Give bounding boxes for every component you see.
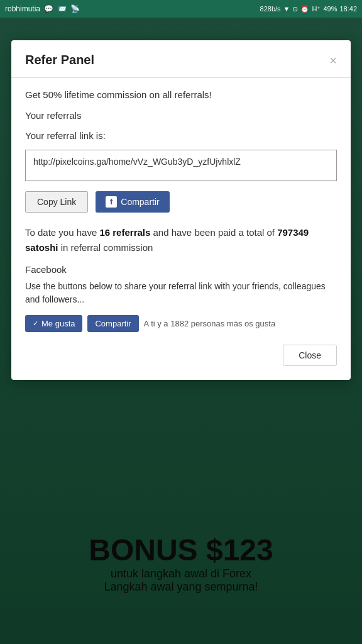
status-right: 828b/s ▼ ⊙ ⏰ H⁺ 49% 18:42 xyxy=(260,5,357,13)
time-display: 18:42 xyxy=(339,5,357,13)
commission-text: Get 50% lifetime commission on all refer… xyxy=(25,88,337,103)
stats-prefix: To date you have xyxy=(25,227,99,238)
chat-icon: 📨 xyxy=(57,4,67,13)
signal-icon: ▼ xyxy=(283,5,290,13)
status-bar: robhimutia 💬 📨 📡 828b/s ▼ ⊙ ⏰ H⁺ 49% 18:… xyxy=(0,0,362,18)
stats-suffix: in referral commission xyxy=(58,242,153,253)
checkmark-icon: ✓ xyxy=(33,319,38,328)
messenger-icon: 💬 xyxy=(44,4,53,13)
facebook-share-button[interactable]: f Compartir xyxy=(96,191,169,213)
network-speed: 828b/s xyxy=(260,5,281,13)
referral-count: 16 referrals xyxy=(99,227,150,238)
location-icon: ⊙ xyxy=(292,5,298,13)
fb-share-label: Compartir xyxy=(121,197,159,207)
modal-overlay: Refer Panel × Get 50% lifetime commissio… xyxy=(0,18,362,644)
status-left: robhimutia 💬 📨 📡 xyxy=(5,4,80,13)
facebook-label: Facebook xyxy=(25,264,337,275)
stats-middle: and have been paid a total of xyxy=(150,227,277,238)
compartir-button[interactable]: Compartir xyxy=(87,315,138,332)
me-gusta-label: Me gusta xyxy=(41,319,75,328)
close-icon[interactable]: × xyxy=(329,54,337,67)
likes-count: A ti y a 1882 personas más os gusta xyxy=(144,319,276,328)
modal-title: Refer Panel xyxy=(25,53,94,67)
app-name: robhimutia xyxy=(5,4,40,13)
signal-bars: H⁺ xyxy=(312,5,321,13)
share-description: Use the buttons below to share your refe… xyxy=(25,280,337,306)
alarm-icon: ⏰ xyxy=(300,5,309,13)
modal-footer: Close xyxy=(25,345,337,366)
fb-social-row: ✓ Me gusta Compartir A ti y a 1882 perso… xyxy=(25,315,337,332)
refer-panel-modal: Refer Panel × Get 50% lifetime commissio… xyxy=(11,40,351,380)
copy-link-button[interactable]: Copy Link xyxy=(25,191,88,213)
referral-link-label: Your referral link is: xyxy=(25,129,337,143)
battery-percent: 49% xyxy=(323,5,337,13)
me-gusta-button[interactable]: ✓ Me gusta xyxy=(25,315,82,332)
wifi-icon: 📡 xyxy=(70,4,80,13)
your-referrals-label: Your referrals xyxy=(25,109,337,123)
referral-link-box[interactable]: http://pixelcoins.ga/home/vVz_WGub3yD_yz… xyxy=(25,150,337,181)
stats-text: To date you have 16 referrals and have b… xyxy=(25,225,337,255)
facebook-icon: f xyxy=(106,196,117,208)
modal-header: Refer Panel × xyxy=(25,53,337,67)
header-divider xyxy=(11,77,351,78)
close-button[interactable]: Close xyxy=(283,345,337,366)
action-buttons-row: Copy Link f Compartir xyxy=(25,191,337,213)
